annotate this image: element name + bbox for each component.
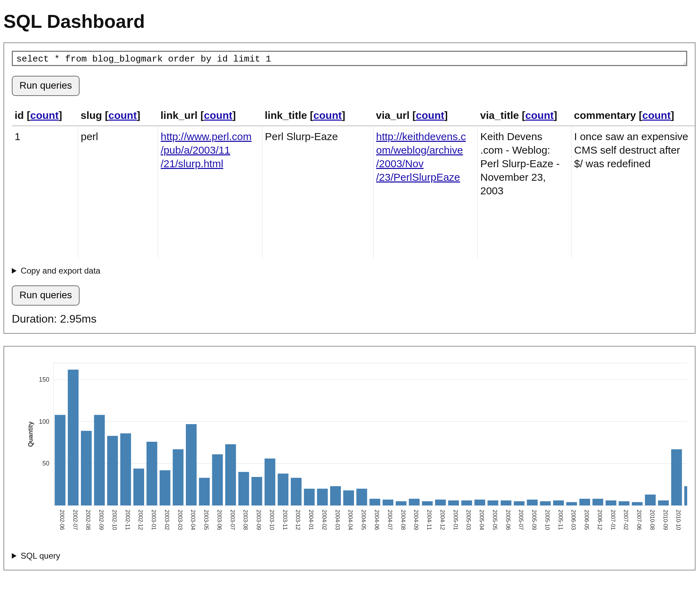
bar-2002-09 [94, 415, 105, 505]
table-row: 1 perl http://www.perl.com​/pub/a/2003/1… [12, 126, 696, 258]
count-link-via_title[interactable]: count [525, 110, 554, 121]
column-header-link_url: link_url [count] [158, 105, 262, 126]
run-queries-button-bottom[interactable]: Run queries [12, 285, 80, 306]
bar-2004-11 [422, 501, 433, 505]
column-name: slug [81, 110, 105, 121]
svg-text:2003-10: 2003-10 [269, 510, 275, 530]
bar-2004-02 [317, 489, 328, 505]
svg-text:2002-06: 2002-06 [59, 510, 65, 530]
svg-text:150: 150 [39, 376, 49, 383]
column-header-commentary: commentary [count] [571, 105, 696, 126]
svg-text:2007-06: 2007-06 [636, 510, 642, 530]
svg-text:2004-11: 2004-11 [426, 510, 432, 530]
bar-2002-06 [55, 415, 65, 505]
bar-2010-11 [684, 486, 687, 505]
bar-2005-01 [448, 501, 459, 505]
count-link-slug[interactable]: count [108, 110, 137, 121]
bar-2002-07 [68, 370, 79, 505]
results-table: id [count]slug [count]link_url [count]li… [12, 105, 696, 258]
bar-2003-03 [173, 449, 183, 505]
bar-2004-08 [396, 501, 406, 505]
bar-2005-07 [514, 501, 525, 505]
column-header-id: id [count] [12, 105, 78, 126]
svg-text:2003-06: 2003-06 [216, 510, 222, 530]
bar-2003-01 [147, 442, 157, 505]
svg-text:2002-11: 2002-11 [125, 510, 131, 530]
svg-text:2010-08: 2010-08 [649, 510, 655, 530]
svg-text:2003-11: 2003-11 [282, 510, 288, 530]
cell-via-title: Keith Devens .com - Weblog: Perl Slurp-E… [477, 126, 571, 258]
bar-2007-06 [632, 502, 643, 505]
bar-2003-04 [186, 424, 197, 505]
svg-text:2010-10: 2010-10 [675, 510, 681, 530]
column-name: via_title [480, 110, 522, 121]
bar-2004-07 [383, 500, 393, 505]
svg-text:2003-03: 2003-03 [177, 510, 183, 530]
bar-2005-11 [553, 501, 564, 505]
bar-2003-02 [159, 470, 170, 505]
bar-2010-08 [645, 495, 656, 505]
bar-2004-12 [435, 500, 446, 505]
svg-text:2005-04: 2005-04 [479, 510, 485, 530]
count-link-id[interactable]: count [30, 110, 59, 121]
svg-text:50: 50 [42, 460, 49, 467]
cell-via-url: http://keithdevens.com​/weblog/archive​/… [373, 126, 477, 258]
svg-text:2003-09: 2003-09 [256, 510, 262, 530]
svg-text:2002-10: 2002-10 [112, 510, 117, 530]
via-url-link[interactable]: http://keithdevens.com​/weblog/archive​/… [376, 131, 466, 183]
count-link-link_title[interactable]: count [313, 110, 342, 121]
count-link-link_url[interactable]: count [204, 110, 232, 121]
svg-text:2003-04: 2003-04 [190, 510, 196, 530]
column-header-via_title: via_title [count] [477, 105, 571, 126]
chart-panel: 50100150Quantity2002-062002-072002-08200… [3, 346, 696, 570]
svg-text:2002-07: 2002-07 [72, 510, 78, 530]
svg-text:2003-05: 2003-05 [203, 510, 209, 530]
link-url-link[interactable]: http://www.perl.com​/pub/a/2003/11​/21/s… [161, 131, 252, 169]
bar-2003-11 [278, 473, 288, 505]
svg-text:2004-04: 2004-04 [347, 510, 353, 530]
svg-text:2004-03: 2004-03 [335, 510, 340, 530]
svg-text:2005-09: 2005-09 [531, 510, 537, 530]
svg-text:2004-07: 2004-07 [387, 510, 393, 530]
svg-text:2004-12: 2004-12 [439, 510, 445, 530]
svg-text:2004-09: 2004-09 [413, 510, 419, 530]
svg-text:100: 100 [39, 418, 49, 425]
query-panel: Run queries id [count]slug [count]link_u… [3, 42, 696, 334]
svg-text:2007-02: 2007-02 [623, 510, 629, 530]
column-name: commentary [574, 110, 639, 121]
column-header-via_url: via_url [count] [373, 105, 477, 126]
bar-2004-05 [356, 489, 367, 505]
bar-2003-05 [199, 478, 210, 505]
sql-input[interactable] [12, 51, 687, 66]
svg-text:2005-05: 2005-05 [492, 510, 498, 530]
bar-2003-08 [238, 472, 249, 505]
count-link-commentary[interactable]: count [642, 110, 671, 121]
count-link-via_url[interactable]: count [416, 110, 444, 121]
cell-commentary: I once saw an expensive CMS self destruc… [571, 126, 696, 258]
svg-text:2005-03: 2005-03 [466, 510, 471, 530]
run-queries-button-top[interactable]: Run queries [12, 76, 80, 96]
svg-text:2005-11: 2005-11 [558, 510, 564, 530]
cell-id: 1 [12, 126, 78, 258]
bar-2002-12 [133, 469, 144, 505]
bar-2004-04 [343, 491, 354, 505]
bar-2003-06 [212, 454, 223, 505]
bar-2003-09 [252, 477, 262, 505]
svg-text:2003-08: 2003-08 [242, 510, 248, 530]
sql-query-disclosure[interactable]: SQL query [12, 550, 687, 562]
sql-query-summary[interactable]: SQL query [12, 550, 687, 562]
svg-text:2002-08: 2002-08 [85, 510, 91, 530]
svg-text:2002-09: 2002-09 [98, 510, 104, 530]
bar-2002-11 [120, 433, 131, 505]
bar-2005-06 [501, 501, 511, 505]
svg-text:2003-07: 2003-07 [230, 510, 236, 530]
bar-2002-10 [107, 436, 118, 505]
bar-2005-10 [540, 501, 551, 505]
bar-2005-04 [475, 500, 485, 505]
copy-export-summary[interactable]: Copy and export data [12, 265, 687, 277]
copy-export-disclosure[interactable]: Copy and export data [12, 265, 687, 277]
column-name: link_title [265, 110, 310, 121]
svg-text:2006-12: 2006-12 [597, 510, 603, 530]
svg-text:2004-02: 2004-02 [321, 510, 327, 530]
bar-2006-03 [566, 502, 577, 505]
